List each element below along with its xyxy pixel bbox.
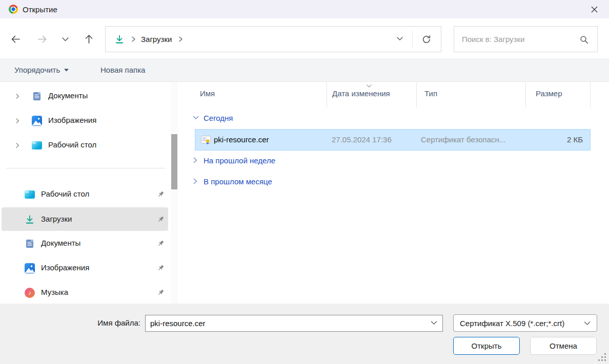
pictures-icon [25, 263, 35, 273]
downloads-folder-icon [114, 34, 125, 45]
sidebar-item-pictures-pinned[interactable]: Изображения [2, 256, 168, 281]
search-icon[interactable] [579, 35, 589, 45]
address-dropdown-chevron-icon[interactable] [396, 36, 404, 42]
address-bar[interactable]: Загрузки [105, 26, 441, 52]
filename-combo [145, 315, 443, 332]
chevron-right-icon [193, 178, 198, 184]
sidebar-item-label: Музыка [41, 288, 68, 296]
sidebar-item-documents-pinned[interactable]: Документы [2, 231, 168, 256]
filename-label: Имя файла: [86, 318, 140, 327]
breadcrumb-chevron-icon[interactable] [178, 36, 183, 42]
search-input[interactable] [454, 27, 597, 52]
sidebar-item-downloads-pinned[interactable]: Загрузки [2, 207, 168, 231]
title-bar: Открытие [0, 0, 609, 18]
sort-chevron-icon [366, 84, 372, 89]
file-size: 2 КБ [567, 135, 583, 144]
sidebar-item-desktop[interactable]: Рабочий стол [0, 133, 170, 158]
group-header-last-week[interactable]: На прошлой неделе [204, 156, 275, 165]
pin-icon [157, 289, 165, 296]
sidebar-item-desktop-pinned[interactable]: Рабочий стол [2, 182, 168, 207]
chevron-down-icon[interactable] [430, 320, 438, 326]
documents-icon [25, 239, 35, 249]
sidebar-item-label: Изображения [41, 263, 89, 272]
pin-icon [157, 190, 165, 198]
music-icon: ♪ [25, 288, 35, 298]
close-button[interactable] [585, 2, 603, 16]
pin-icon [157, 264, 165, 272]
chevron-right-icon[interactable] [14, 93, 21, 99]
column-divider[interactable] [327, 82, 327, 108]
window-title: Открытие [23, 5, 57, 14]
column-header-type[interactable]: Тип [424, 89, 437, 98]
filetype-value: Сертификат X.509 (*.cer;*.crt) [460, 319, 564, 328]
recent-locations-chevron-icon[interactable] [61, 36, 70, 43]
organize-label: Упорядочить [14, 66, 60, 74]
cancel-button[interactable]: Отмена [530, 337, 597, 355]
file-type: Сертификат безопасн... [421, 135, 505, 144]
divider [412, 31, 413, 49]
sidebar-item-label: Документы [48, 91, 88, 100]
up-icon[interactable] [84, 33, 94, 45]
file-name: pki-resource.cer [214, 135, 269, 144]
scrollbar-thumb[interactable] [171, 134, 177, 189]
search-box [454, 26, 598, 52]
new-folder-label: Новая папка [100, 66, 145, 74]
sidebar-item-documents[interactable]: Документы [0, 84, 170, 109]
navigation-bar: Загрузки [0, 18, 609, 58]
organize-button[interactable]: Упорядочить [14, 58, 69, 81]
downloads-icon [25, 215, 35, 226]
sidebar-divider [6, 168, 165, 168]
pin-icon [157, 240, 165, 247]
chevron-right-icon [193, 157, 198, 163]
close-icon [591, 6, 598, 13]
sidebar-item-label: Документы [41, 239, 80, 247]
sidebar-item-label: Загрузки [41, 215, 72, 223]
group-header-last-month[interactable]: В прошлом месяце [204, 177, 272, 186]
breadcrumb-folder[interactable]: Загрузки [141, 35, 172, 44]
documents-icon [32, 91, 42, 101]
breadcrumb-chevron-icon[interactable] [131, 36, 136, 42]
dialog-toolbar: Упорядочить Новая папка ? [0, 58, 609, 82]
chevron-down-icon [193, 115, 199, 120]
new-folder-button[interactable]: Новая папка [100, 58, 145, 81]
column-divider[interactable] [590, 82, 591, 108]
sidebar-scrollbar[interactable] [171, 82, 178, 304]
chevron-right-icon[interactable] [14, 142, 21, 148]
main-area: Документы Изображения Рабочий стол Рабоч… [0, 82, 609, 304]
sidebar-item-pictures[interactable]: Изображения [0, 109, 170, 133]
pin-icon [157, 216, 165, 223]
chevron-down-icon [583, 320, 591, 327]
sidebar-item-label: Рабочий стол [48, 140, 96, 149]
certificate-file-icon [200, 135, 211, 145]
refresh-icon[interactable] [421, 34, 432, 45]
group-label: На прошлой неделе [204, 156, 275, 165]
column-header-size[interactable]: Размер [536, 89, 562, 98]
caret-down-icon [64, 69, 69, 72]
open-button-label: Открыть [472, 341, 502, 350]
back-icon[interactable] [10, 34, 21, 45]
file-row-selected[interactable]: pki-resource.cer 27.05.2024 17:36 Сертиф… [195, 129, 591, 151]
group-label: В прошлом месяце [204, 177, 272, 186]
file-modified-date: 27.05.2024 17:36 [332, 135, 392, 144]
filename-input[interactable] [145, 315, 443, 332]
desktop-icon [32, 141, 42, 149]
group-header-today[interactable]: Сегодня [204, 114, 233, 122]
forward-icon[interactable] [37, 34, 48, 45]
open-file-dialog: Открытие Загрузки Упорядочить [0, 0, 609, 364]
column-header-name[interactable]: Имя [200, 89, 215, 98]
chrome-logo-icon [9, 5, 18, 14]
column-divider[interactable] [416, 82, 417, 108]
pictures-icon [32, 116, 42, 126]
column-divider[interactable] [525, 82, 526, 108]
sidebar-item-label: Рабочий стол [41, 189, 89, 198]
column-header-modified[interactable]: Дата изменения [332, 89, 390, 98]
open-button[interactable]: Открыть [453, 337, 520, 355]
dialog-footer: Имя файла: Сертификат X.509 (*.cer;*.crt… [0, 304, 609, 364]
filetype-select[interactable]: Сертификат X.509 (*.cer;*.crt) [453, 314, 597, 332]
group-label: Сегодня [204, 114, 233, 122]
resize-grip[interactable] [597, 352, 607, 362]
sidebar-item-music-pinned[interactable]: ♪ Музыка [2, 281, 168, 305]
cancel-button-label: Отмена [550, 341, 577, 350]
chevron-right-icon[interactable] [14, 118, 21, 124]
desktop-icon [25, 190, 35, 199]
